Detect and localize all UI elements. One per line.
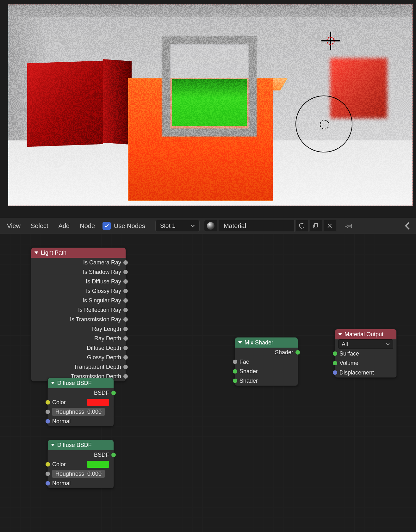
socket-in-fac[interactable]	[233, 360, 237, 364]
output-label: BSDF	[94, 452, 109, 458]
node-title[interactable]: Light Path	[31, 248, 126, 258]
socket-out[interactable]	[123, 298, 128, 303]
socket-out[interactable]	[123, 346, 128, 350]
socket-out[interactable]	[123, 355, 128, 360]
menu-select[interactable]: Select	[26, 220, 53, 232]
output-label: Is Glossy Ray	[86, 288, 121, 294]
collapse-icon	[51, 382, 55, 384]
menu-node[interactable]: Node	[75, 220, 99, 232]
socket-out[interactable]	[123, 289, 128, 293]
output-label: Is Singular Ray	[83, 297, 121, 304]
socket-out[interactable]	[123, 308, 128, 312]
input-label: Surface	[339, 350, 359, 357]
socket-out[interactable]	[123, 270, 128, 274]
chevron-left-icon[interactable]	[403, 222, 412, 230]
field-value: 0.000	[87, 471, 102, 477]
close-icon	[326, 223, 333, 229]
socket-in-shader-2[interactable]	[233, 379, 237, 383]
duplicate-icon	[312, 222, 319, 229]
output-label: Ray Length	[92, 326, 121, 332]
roughness-field[interactable]: Roughness 0.000	[52, 470, 105, 478]
color-swatch[interactable]	[87, 461, 109, 468]
output-label: Ray Depth	[94, 335, 121, 342]
node-editor-area[interactable]: Light Path Is Camera RayIs Shadow RayIs …	[0, 234, 416, 532]
output-row: Is Glossy Ray	[31, 286, 126, 296]
menu-view[interactable]: View	[3, 220, 25, 232]
socket-out[interactable]	[123, 279, 128, 284]
output-row: Glossy Depth	[31, 353, 126, 362]
socket-out[interactable]	[123, 365, 128, 369]
new-material-button[interactable]	[310, 220, 322, 232]
socket-out-shader[interactable]	[295, 350, 300, 355]
input-label: Shader	[239, 368, 258, 375]
use-nodes-checkbox[interactable]	[102, 222, 111, 230]
socket-out[interactable]	[123, 327, 128, 331]
node-title[interactable]: Diffuse BSDF	[48, 378, 114, 388]
material-name-field[interactable]: Material	[219, 220, 295, 232]
menu-add[interactable]: Add	[54, 220, 74, 232]
material-browse-button[interactable]	[204, 220, 217, 232]
socket-out-bsdf[interactable]	[111, 391, 116, 395]
socket-in-roughness[interactable]	[46, 410, 50, 414]
input-label: Normal	[52, 480, 71, 487]
material-slot-label: Slot 1	[160, 222, 176, 229]
socket-out-bsdf[interactable]	[111, 453, 116, 457]
render-cube-red-left	[27, 61, 103, 147]
socket-out[interactable]	[123, 374, 128, 379]
node-material-output[interactable]: Material Output All Surface Volume Displ…	[335, 329, 397, 378]
node-title-label: Diffuse BSDF	[57, 380, 92, 387]
cursor-3d-icon	[321, 32, 340, 50]
node-title[interactable]: Material Output	[335, 329, 396, 339]
material-sphere-icon	[207, 222, 214, 230]
socket-in-color[interactable]	[46, 400, 50, 405]
node-title-label: Diffuse BSDF	[57, 442, 92, 448]
input-label: Fac	[239, 359, 249, 365]
fake-user-button[interactable]	[296, 220, 308, 232]
unlink-material-button[interactable]	[324, 220, 336, 232]
node-light-path[interactable]: Light Path Is Camera RayIs Shadow RayIs …	[31, 247, 126, 381]
chevron-down-icon	[190, 224, 195, 228]
shield-icon	[298, 222, 305, 229]
use-nodes-label: Use Nodes	[114, 222, 145, 230]
socket-out[interactable]	[123, 260, 128, 265]
chevron-down-icon	[386, 342, 390, 346]
color-swatch[interactable]	[87, 399, 109, 406]
node-diffuse-bsdf-2[interactable]: Diffuse BSDF BSDF Color Roughness 0.000 …	[47, 440, 114, 488]
input-label: Normal	[52, 418, 71, 425]
output-row: Ray Depth	[31, 334, 126, 343]
output-label: Is Shadow Ray	[83, 269, 121, 275]
render-green-through-glass	[172, 79, 247, 126]
socket-in-normal[interactable]	[46, 419, 50, 424]
output-label: Is Camera Ray	[83, 259, 121, 266]
node-mix-shader[interactable]: Mix Shader Shader Fac Shader Shader	[235, 337, 298, 386]
material-slot-select[interactable]: Slot 1	[155, 220, 200, 232]
field-label: Roughness	[55, 471, 84, 477]
node-editor-header: View Select Add Node Use Nodes Slot 1 Ma…	[0, 218, 416, 234]
node-title-label: Mix Shader	[245, 339, 273, 346]
collapse-icon	[34, 251, 38, 254]
node-diffuse-bsdf-1[interactable]: Diffuse BSDF BSDF Color Roughness 0.000 …	[47, 378, 114, 426]
socket-in-color[interactable]	[46, 462, 50, 467]
output-target-select[interactable]: All	[338, 339, 393, 349]
socket-out[interactable]	[123, 336, 128, 341]
empty-object-icon	[295, 96, 352, 152]
output-label: Glossy Depth	[87, 354, 121, 361]
socket-in-surface[interactable]	[333, 351, 337, 356]
viewport-3d-preview[interactable]	[8, 4, 413, 206]
socket-out[interactable]	[123, 317, 128, 322]
node-title[interactable]: Mix Shader	[235, 337, 298, 348]
output-label: Is Diffuse Ray	[86, 278, 121, 285]
socket-in-roughness[interactable]	[46, 472, 50, 476]
output-row: Is Camera Ray	[31, 258, 126, 267]
input-label: Volume	[339, 360, 358, 367]
roughness-field[interactable]: Roughness 0.000	[52, 408, 105, 416]
collapse-icon	[51, 444, 55, 446]
node-title[interactable]: Diffuse BSDF	[48, 440, 114, 450]
socket-in-displacement[interactable]	[333, 370, 337, 375]
socket-in-shader-1[interactable]	[233, 369, 237, 374]
input-label: Shader	[239, 378, 258, 384]
pin-button[interactable]	[342, 219, 356, 233]
output-row: Is Singular Ray	[31, 296, 126, 305]
socket-in-volume[interactable]	[333, 361, 337, 365]
socket-in-normal[interactable]	[46, 481, 50, 486]
